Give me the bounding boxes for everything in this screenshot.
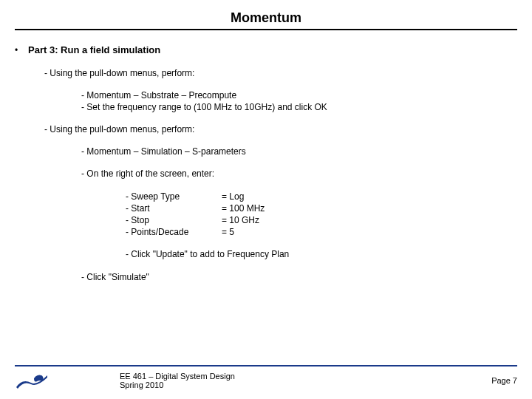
instruction-line: - Click "Simulate" <box>15 271 517 283</box>
footer-rule <box>15 365 517 366</box>
param-label: - Sweep Type <box>126 191 222 202</box>
param-label: - Start <box>126 202 222 214</box>
instruction-line: - Click "Update" to add to Frequency Pla… <box>15 248 517 260</box>
slide-title: Momentum <box>15 10 517 26</box>
param-label: - Points/Decade <box>126 226 222 238</box>
content-body: • Part 3: Run a field simulation - Using… <box>15 44 517 283</box>
param-value: = 10 GHz <box>222 214 265 226</box>
param-label: - Stop <box>126 214 222 226</box>
instruction-line: - Set the frequency range to (100 MHz to… <box>15 101 517 113</box>
instruction-line: - Using the pull-down menus, perform: <box>15 67 517 79</box>
param-value: = 5 <box>222 226 265 238</box>
page-number: Page 7 <box>491 376 517 385</box>
slide-footer: EE 461 – Digital System Design Spring 20… <box>0 365 532 390</box>
parameter-table: - Sweep Type - Start - Stop - Points/Dec… <box>15 191 517 239</box>
instruction-line: - Momentum – Simulation – S-parameters <box>15 146 517 157</box>
course-term: Spring 2010 <box>120 381 491 389</box>
instruction-line: - Using the pull-down menus, perform: <box>15 123 517 135</box>
logo-icon <box>15 371 49 390</box>
section-heading: Part 3: Run a field simulation <box>28 44 160 57</box>
title-underline <box>15 29 517 30</box>
param-value: = 100 MHz <box>222 202 265 214</box>
instruction-line: - Momentum – Substrate – Precompute <box>15 89 517 101</box>
course-title: EE 461 – Digital System Design <box>120 372 491 381</box>
param-value: = Log <box>222 191 265 202</box>
bullet-icon: • <box>15 44 28 56</box>
instruction-line: - On the right of the screen, enter: <box>15 168 517 180</box>
